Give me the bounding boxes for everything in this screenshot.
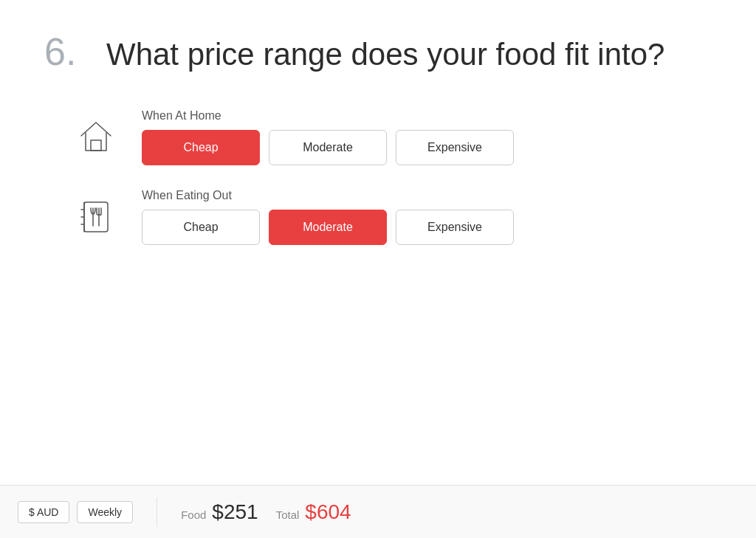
at-home-buttons: Cheap Moderate Expensive (142, 130, 514, 165)
question-header: 6. What price range does your food fit i… (44, 30, 712, 74)
question-number: 6. (44, 30, 89, 74)
svg-rect-0 (91, 140, 101, 151)
footer-stats: Food $251 Total $604 (181, 500, 351, 524)
moderate-out-button[interactable]: Moderate (269, 210, 387, 245)
eating-out-label: When Eating Out (142, 189, 514, 202)
option-row-at-home: When At Home Cheap Moderate Expensive (74, 109, 712, 165)
eating-out-buttons: Cheap Moderate Expensive (142, 210, 514, 245)
house-icon (74, 115, 118, 159)
period-selector[interactable]: Weekly (77, 501, 133, 523)
food-label: Food (181, 508, 206, 521)
main-content: 6. What price range does your food fit i… (0, 0, 756, 485)
footer-divider (157, 497, 157, 527)
food-stat: Food $251 (181, 500, 258, 524)
footer: $ AUD Weekly Food $251 Total $604 (0, 485, 756, 538)
expensive-home-button[interactable]: Expensive (396, 130, 514, 165)
expensive-out-button[interactable]: Expensive (396, 210, 514, 245)
at-home-label: When At Home (142, 109, 514, 123)
total-value: $604 (305, 500, 351, 524)
total-stat: Total $604 (276, 500, 351, 524)
moderate-home-button[interactable]: Moderate (269, 130, 387, 165)
recipe-book-icon (74, 195, 118, 239)
option-group-at-home: When At Home Cheap Moderate Expensive (142, 109, 514, 165)
svg-rect-1 (84, 202, 108, 232)
option-row-eating-out: When Eating Out Cheap Moderate Expensive (74, 189, 712, 245)
option-group-eating-out: When Eating Out Cheap Moderate Expensive (142, 189, 514, 245)
currency-selector[interactable]: $ AUD (18, 501, 69, 523)
options-container: When At Home Cheap Moderate Expensive (44, 109, 712, 245)
cheap-out-button[interactable]: Cheap (142, 210, 260, 245)
food-value: $251 (212, 500, 258, 524)
question-text: What price range does your food fit into… (106, 36, 664, 73)
cheap-home-button[interactable]: Cheap (142, 130, 260, 165)
total-label: Total (276, 508, 300, 521)
